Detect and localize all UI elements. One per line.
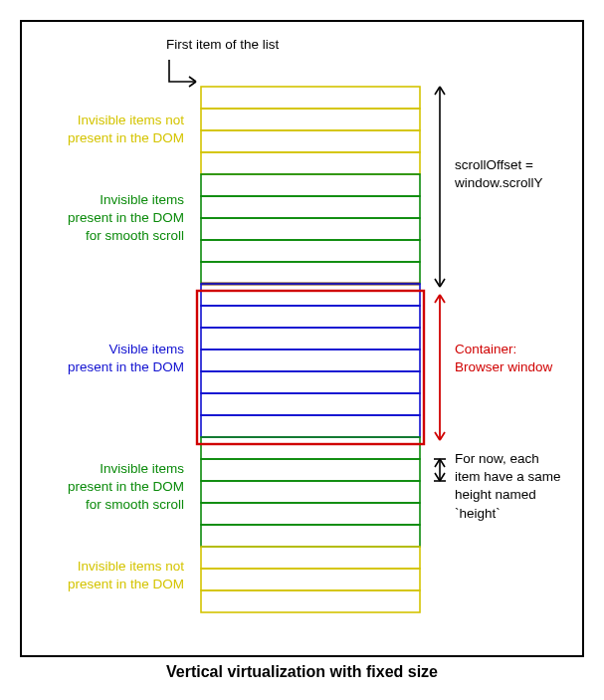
svg-rect-10 [201, 306, 420, 328]
svg-rect-12 [201, 350, 420, 371]
arrow-item-height [434, 459, 446, 481]
viewport-rect [197, 291, 424, 444]
arrow-container [435, 295, 445, 440]
zone-buffer-top [201, 174, 420, 284]
zone-invisible-bottom [201, 547, 420, 612]
svg-rect-22 [201, 569, 420, 590]
label-top-green: Invisible items present in the DOM for s… [35, 191, 184, 246]
svg-rect-20 [201, 525, 420, 547]
svg-rect-6 [201, 218, 420, 240]
svg-rect-2 [201, 130, 420, 152]
svg-rect-17 [201, 459, 420, 481]
svg-rect-5 [201, 196, 420, 218]
svg-rect-4 [201, 174, 420, 196]
label-item-height: For now, each item have a same height na… [455, 450, 574, 523]
svg-rect-7 [201, 240, 420, 262]
svg-rect-19 [201, 503, 420, 525]
diagram-caption: Vertical virtualization with fixed size [0, 663, 604, 681]
svg-rect-15 [201, 415, 420, 437]
svg-rect-21 [201, 547, 420, 569]
zone-buffer-bottom [201, 437, 420, 547]
svg-rect-13 [201, 371, 420, 393]
svg-rect-11 [201, 328, 420, 350]
diagram-frame: First item of the list Invisible items n… [20, 20, 584, 657]
svg-rect-3 [201, 152, 420, 174]
label-bottom-yellow: Invisible items not present in the DOM [35, 558, 184, 593]
svg-rect-0 [201, 87, 420, 109]
arrow-first-item [169, 60, 196, 87]
label-container: Container: Browser window [455, 341, 574, 376]
svg-rect-8 [201, 262, 420, 284]
svg-rect-16 [201, 437, 420, 459]
svg-rect-14 [201, 393, 420, 415]
label-top-yellow: Invisible items not present in the DOM [35, 112, 184, 147]
label-first-item: First item of the list [166, 36, 279, 54]
label-middle-blue: Visible items present in the DOM [35, 341, 184, 376]
zone-invisible-top [201, 87, 420, 174]
svg-rect-1 [201, 109, 420, 130]
label-bottom-green: Invisible items present in the DOM for s… [35, 460, 184, 515]
zone-visible [201, 284, 420, 437]
svg-rect-9 [201, 284, 420, 306]
arrow-scroll-offset [435, 87, 445, 287]
svg-rect-18 [201, 481, 420, 503]
svg-rect-23 [201, 590, 420, 612]
label-scroll-offset: scrollOffset = window.scrollY [455, 156, 574, 192]
